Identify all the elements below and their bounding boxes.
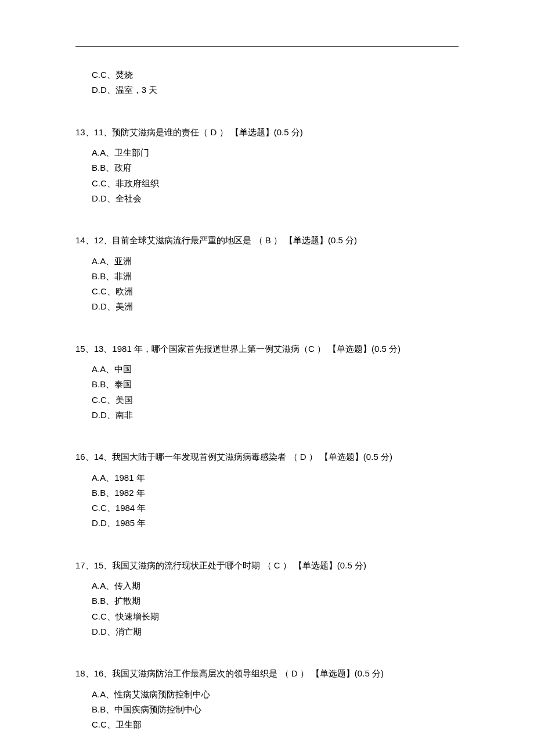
option-d: D.D、消亡期 [75, 624, 459, 639]
option-c: C.C、欧洲 [75, 284, 459, 299]
option-a: A.A、中国 [75, 362, 459, 377]
question-stem: 17、15、我国艾滋病的流行现状正处于哪个时期 （ C ） 【单选题】(0.5 … [75, 558, 459, 573]
question-stem: 16、14、我国大陆于哪一年发现首例艾滋病病毒感染者 （ D ） 【单选题】(0… [75, 449, 459, 465]
option-b: B.B、1982 年 [75, 485, 459, 501]
option-d: D.D、全社会 [75, 191, 459, 206]
option-c: C.C、焚烧 [75, 67, 459, 82]
option-d: D.D、美洲 [75, 299, 459, 314]
question-17: 17、15、我国艾滋病的流行现状正处于哪个时期 （ C ） 【单选题】(0.5 … [75, 558, 459, 640]
question-13: 13、11、预防艾滋病是谁的责任（ D ） 【单选题】(0.5 分) A.A、卫… [75, 125, 459, 207]
option-b: B.B、泰国 [75, 377, 459, 392]
option-a: A.A、卫生部门 [75, 145, 459, 160]
option-c: C.C、卫生部 [75, 717, 459, 732]
option-a: A.A、亚洲 [75, 254, 459, 269]
question-18: 18、16、我国艾滋病防治工作最高层次的领导组织是 （ D ） 【单选题】(0.… [75, 666, 459, 732]
option-b: B.B、政府 [75, 160, 459, 175]
page-container: C.C、焚烧 D.D、温室，3 天 13、11、预防艾滋病是谁的责任（ D ） … [75, 46, 459, 732]
option-b: B.B、扩散期 [75, 593, 459, 609]
option-d: D.D、温室，3 天 [75, 82, 459, 98]
option-c: C.C、美国 [75, 393, 459, 408]
option-d: D.D、1985 年 [75, 516, 459, 531]
option-b: B.B、非洲 [75, 269, 459, 284]
option-c: C.C、快速增长期 [75, 609, 459, 624]
question-14: 14、12、目前全球艾滋病流行最严重的地区是 （ B ） 【单选题】(0.5 分… [75, 233, 459, 315]
option-c: C.C、非政府组织 [75, 176, 459, 191]
option-a: A.A、1981 年 [75, 470, 459, 485]
option-d: D.D、南非 [75, 408, 459, 423]
option-c: C.C、1984 年 [75, 501, 459, 516]
question-stem: 13、11、预防艾滋病是谁的责任（ D ） 【单选题】(0.5 分) [75, 125, 459, 140]
question-stem: 14、12、目前全球艾滋病流行最严重的地区是 （ B ） 【单选题】(0.5 分… [75, 233, 459, 248]
option-a: A.A、传入期 [75, 578, 459, 593]
option-a: A.A、性病艾滋病预防控制中心 [75, 687, 459, 702]
question-15: 15、13、1981 年，哪个国家首先报道世界上第一例艾滋病（C ） 【单选题】… [75, 341, 459, 423]
question-stem: 15、13、1981 年，哪个国家首先报道世界上第一例艾滋病（C ） 【单选题】… [75, 341, 459, 357]
question-stem: 18、16、我国艾滋病防治工作最高层次的领导组织是 （ D ） 【单选题】(0.… [75, 666, 459, 681]
question-16: 16、14、我国大陆于哪一年发现首例艾滋病病毒感染者 （ D ） 【单选题】(0… [75, 449, 459, 531]
option-b: B.B、中国疾病预防控制中心 [75, 702, 459, 717]
orphan-options-block: C.C、焚烧 D.D、温室，3 天 [75, 67, 459, 98]
